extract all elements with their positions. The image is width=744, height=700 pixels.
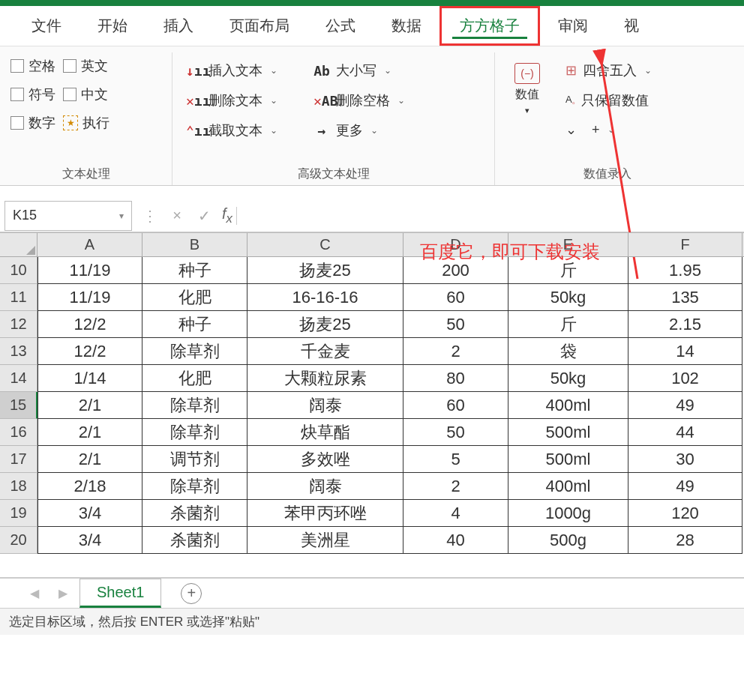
checkbox-空格[interactable]: 空格	[10, 57, 56, 75]
cell[interactable]: 2	[404, 473, 508, 500]
cell[interactable]: 40	[404, 527, 508, 554]
cell[interactable]: 杀菌剂	[142, 527, 248, 554]
cell[interactable]: 调节剂	[142, 446, 248, 473]
select-all-corner[interactable]	[0, 233, 38, 256]
cell[interactable]: 50kg	[508, 284, 628, 311]
cell[interactable]: 杀菌剂	[142, 500, 248, 527]
formula-input[interactable]	[241, 201, 744, 231]
checkbox-符号[interactable]: 符号	[10, 85, 56, 103]
cell[interactable]: 3/4	[38, 500, 142, 527]
sheet-nav-prev[interactable]: ◀	[22, 586, 46, 600]
ribbon-btn-删除空格[interactable]: ✕AB删除空格⌄	[310, 90, 408, 111]
tab-页面布局[interactable]: 页面布局	[212, 8, 308, 43]
empty-row-area[interactable]	[0, 554, 744, 578]
checkbox-数字[interactable]: 数字	[10, 114, 56, 132]
cell[interactable]: 1000g	[508, 500, 628, 527]
row-header[interactable]: 11	[0, 284, 38, 311]
cell[interactable]: 阔泰	[248, 473, 404, 500]
cell[interactable]: 1.95	[628, 257, 742, 284]
cell[interactable]: 500ml	[508, 446, 628, 473]
cell[interactable]: 400ml	[508, 473, 628, 500]
cell[interactable]: 阔泰	[248, 392, 404, 419]
add-sheet-button[interactable]: +	[181, 583, 202, 604]
cell[interactable]: 除草剂	[142, 473, 248, 500]
cell[interactable]: 49	[628, 392, 742, 419]
cell[interactable]: 50	[404, 311, 508, 338]
cell[interactable]: 135	[628, 284, 742, 311]
cell[interactable]: 1/14	[38, 365, 142, 392]
tab-插入[interactable]: 插入	[146, 8, 212, 43]
cell[interactable]: 袋	[508, 338, 628, 365]
tab-视[interactable]: 视	[606, 8, 657, 43]
cancel-icon[interactable]: ×	[164, 207, 190, 224]
cell[interactable]: 斤	[508, 311, 628, 338]
cell[interactable]: 49	[628, 473, 742, 500]
tab-数据[interactable]: 数据	[374, 8, 440, 43]
cell[interactable]: 除草剂	[142, 338, 248, 365]
row-header[interactable]: 13	[0, 338, 38, 365]
row-header[interactable]: 16	[0, 419, 38, 446]
cell[interactable]: 30	[628, 446, 742, 473]
row-header[interactable]: 19	[0, 500, 38, 527]
cell[interactable]: 60	[404, 392, 508, 419]
sheet-tab[interactable]: Sheet1	[80, 579, 161, 608]
cell[interactable]: 2/18	[38, 473, 142, 500]
cell[interactable]: 50	[404, 419, 508, 446]
row-header[interactable]: 14	[0, 365, 38, 392]
cell[interactable]: 11/19	[38, 284, 142, 311]
col-header-F[interactable]: F	[628, 233, 742, 256]
cell[interactable]: 44	[628, 419, 742, 446]
row-header[interactable]: 10	[0, 257, 38, 284]
ribbon-btn-大小写[interactable]: Ab大小写⌄	[310, 60, 408, 81]
row-header[interactable]: 17	[0, 446, 38, 473]
cell[interactable]: 除草剂	[142, 419, 248, 446]
tab-方方格子[interactable]: 方方格子	[440, 6, 540, 46]
cell[interactable]: 11/19	[38, 257, 142, 284]
cell[interactable]: 炔草酯	[248, 419, 404, 446]
cell[interactable]: 2/1	[38, 419, 142, 446]
row-header[interactable]: 15	[0, 392, 38, 419]
tab-文件[interactable]: 文件	[14, 8, 80, 43]
ribbon-btn-更多[interactable]: →更多⌄	[310, 120, 408, 141]
col-header-C[interactable]: C	[248, 233, 404, 256]
tab-开始[interactable]: 开始	[80, 8, 146, 43]
cell[interactable]: 12/2	[38, 338, 142, 365]
cell[interactable]: 16-16-16	[248, 284, 404, 311]
checkbox-执行[interactable]: 执行	[63, 114, 110, 132]
cell[interactable]: 60	[404, 284, 508, 311]
cell[interactable]: 50kg	[508, 365, 628, 392]
cell[interactable]: 种子	[142, 257, 248, 284]
row-header[interactable]: 18	[0, 473, 38, 500]
col-header-A[interactable]: A	[38, 233, 142, 256]
cell[interactable]: 美洲星	[248, 527, 404, 554]
cell[interactable]: 扬麦25	[248, 257, 404, 284]
cell[interactable]: 5	[404, 446, 508, 473]
cell[interactable]: 2	[404, 338, 508, 365]
cell[interactable]: 扬麦25	[248, 311, 404, 338]
row-header[interactable]: 20	[0, 527, 38, 554]
col-header-B[interactable]: B	[142, 233, 248, 256]
row-header[interactable]: 12	[0, 311, 38, 338]
fx-icon[interactable]: fx	[218, 205, 232, 226]
tab-审阅[interactable]: 审阅	[540, 8, 606, 43]
cell[interactable]: 多效唑	[248, 446, 404, 473]
cell[interactable]: 12/2	[38, 311, 142, 338]
tab-公式[interactable]: 公式	[308, 8, 374, 43]
accept-icon[interactable]: ✓	[190, 207, 218, 225]
cell[interactable]: 2/1	[38, 446, 142, 473]
more-small-button[interactable]: ⌄ + ⌄	[562, 120, 655, 139]
cell[interactable]: 2.15	[628, 311, 742, 338]
round-button[interactable]: ⊞ 四舍五入 ⌄	[562, 60, 655, 81]
cell[interactable]: 苯甲丙环唑	[248, 500, 404, 527]
cell[interactable]: 28	[628, 527, 742, 554]
cell[interactable]: 120	[628, 500, 742, 527]
cell[interactable]: 500g	[508, 527, 628, 554]
numeric-button[interactable]: (−) 数值 ▾	[506, 60, 549, 118]
cell[interactable]: 除草剂	[142, 392, 248, 419]
ribbon-btn-删除文本[interactable]: ✕ıı删除文本⌄	[183, 90, 280, 111]
keep-numeric-button[interactable]: A◦ 只保留数值	[562, 90, 655, 111]
cell[interactable]: 大颗粒尿素	[248, 365, 404, 392]
cell[interactable]: 3/4	[38, 527, 142, 554]
cell[interactable]: 2/1	[38, 392, 142, 419]
checkbox-中文[interactable]: 中文	[63, 85, 108, 103]
